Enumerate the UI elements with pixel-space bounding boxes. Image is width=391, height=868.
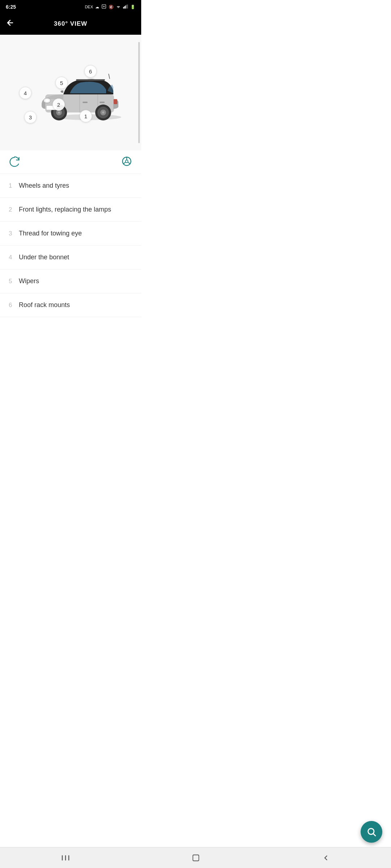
svg-point-19	[58, 111, 60, 114]
svg-line-30	[128, 162, 130, 164]
badge-6[interactable]: 6	[84, 65, 97, 77]
badge-2[interactable]: 2	[52, 98, 65, 111]
item-number-3: 3	[9, 230, 19, 237]
item-number-5: 5	[9, 278, 19, 285]
badge-4[interactable]: 4	[19, 87, 31, 99]
page-title: 360° VIEW	[54, 20, 87, 27]
svg-line-29	[123, 162, 126, 164]
nfc-icon	[101, 4, 106, 10]
svg-rect-1	[123, 7, 124, 8]
item-number-6: 6	[9, 302, 19, 309]
svg-rect-4	[126, 5, 127, 9]
item-text-6: Roof rack mounts	[19, 301, 70, 309]
dex-icon: DEX	[85, 5, 93, 9]
battery-icon: 🔋	[130, 5, 135, 9]
item-text-5: Wipers	[19, 277, 39, 285]
list-item-6[interactable]: 6 Roof rack mounts	[0, 293, 141, 317]
status-bar: 6:25 DEX ☁ 🔇 🔋	[0, 0, 141, 13]
signal-icon	[123, 4, 128, 9]
controls-bar	[0, 150, 141, 174]
item-text-2: Front lights, replacing the lamps	[19, 206, 111, 213]
steering-icon	[121, 156, 133, 167]
list-item-1[interactable]: 1 Wheels and tyres	[0, 174, 141, 198]
list-item-2[interactable]: 2 Front lights, replacing the lamps	[0, 198, 141, 222]
rotate-360-button[interactable]	[9, 156, 20, 169]
list-item-3[interactable]: 3 Thread for towing eye	[0, 222, 141, 246]
item-number-2: 2	[9, 206, 19, 213]
item-number-1: 1	[9, 182, 19, 190]
svg-rect-8	[76, 79, 105, 81]
mute-icon: 🔇	[109, 5, 114, 9]
svg-line-25	[109, 74, 110, 79]
svg-rect-15	[100, 102, 105, 103]
svg-rect-3	[125, 5, 126, 8]
steering-wheel-button[interactable]	[121, 156, 133, 169]
svg-rect-5	[127, 4, 128, 8]
cloud-icon: ☁	[95, 5, 99, 9]
back-button[interactable]	[6, 18, 14, 29]
item-text-4: Under the bonnet	[19, 254, 69, 261]
svg-rect-14	[83, 102, 88, 103]
list-item-5[interactable]: 5 Wipers	[0, 269, 141, 293]
car-image-container[interactable]: 1 2 3 4 5 6	[16, 60, 125, 125]
wifi-icon	[116, 4, 121, 9]
badge-1[interactable]: 1	[80, 110, 92, 122]
item-number-4: 4	[9, 254, 19, 261]
rotate-icon	[9, 156, 20, 167]
header: 360° VIEW	[0, 13, 141, 35]
items-list: 1 Wheels and tyres 2 Front lights, repla…	[0, 174, 141, 346]
badge-3[interactable]: 3	[24, 111, 37, 123]
svg-rect-2	[124, 6, 125, 8]
svg-point-10	[45, 99, 49, 102]
status-time: 6:25	[6, 4, 16, 10]
status-icons: DEX ☁ 🔇 🔋	[85, 4, 135, 10]
car-view: 1 2 3 4 5 6	[0, 35, 141, 150]
item-text-3: Thread for towing eye	[19, 230, 82, 237]
svg-rect-11	[114, 99, 117, 104]
svg-point-23	[102, 111, 104, 114]
badge-5[interactable]: 5	[55, 77, 68, 89]
list-item-4[interactable]: 4 Under the bonnet	[0, 246, 141, 269]
item-text-1: Wheels and tyres	[19, 182, 69, 190]
